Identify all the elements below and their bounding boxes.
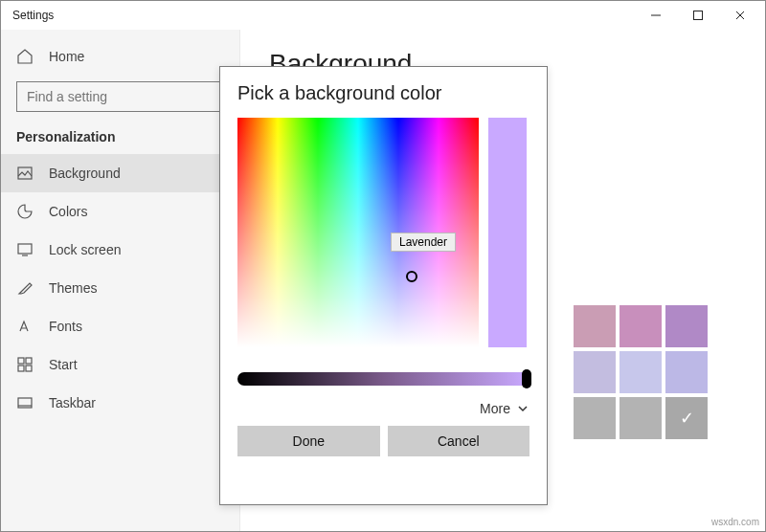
color-swatch[interactable]: [620, 397, 662, 439]
monitor-icon: [16, 241, 34, 258]
sidebar-item-taskbar[interactable]: Taskbar: [1, 384, 239, 422]
brush-icon: [16, 279, 34, 297]
sidebar-item-label: Lock screen: [49, 242, 121, 257]
color-swatch-selected[interactable]: [665, 397, 708, 439]
svg-rect-7: [18, 358, 24, 364]
picker-cursor[interactable]: [406, 271, 417, 282]
picture-icon: [16, 165, 34, 182]
svg-rect-5: [18, 244, 32, 254]
svg-rect-8: [26, 358, 32, 364]
minimize-button[interactable]: [635, 1, 677, 30]
home-icon: [16, 48, 34, 65]
color-swatch[interactable]: [574, 397, 616, 439]
sidebar-item-themes[interactable]: Themes: [1, 269, 239, 307]
color-swatch[interactable]: [665, 351, 708, 393]
start-icon: [16, 356, 34, 373]
sidebar-item-label: Taskbar: [49, 395, 96, 410]
close-button[interactable]: [719, 1, 761, 30]
sidebar-item-start[interactable]: Start: [1, 345, 239, 384]
value-slider[interactable]: [237, 372, 529, 386]
color-swatch[interactable]: [574, 351, 616, 393]
sidebar-item-fonts[interactable]: Fonts: [1, 307, 239, 345]
font-icon: [16, 318, 34, 335]
swatch-row: [574, 397, 708, 439]
watermark: wsxdn.com: [711, 517, 759, 527]
hue-saturation-field[interactable]: Lavender: [237, 118, 479, 347]
sidebar-item-label: Fonts: [49, 319, 82, 334]
cancel-button[interactable]: Cancel: [388, 426, 530, 456]
color-swatch[interactable]: [620, 305, 662, 347]
dialog-buttons: Done Cancel: [237, 426, 529, 456]
slider-handle[interactable]: [522, 369, 531, 388]
swatch-row: [574, 351, 708, 393]
sidebar-item-label: Themes: [49, 280, 98, 296]
chevron-down-icon: [516, 402, 529, 415]
swatch-row: [574, 305, 708, 347]
dialog-title: Pick a background color: [237, 82, 529, 104]
sidebar-item-home[interactable]: Home: [1, 37, 239, 76]
svg-rect-10: [26, 366, 32, 371]
section-label: Personalization: [1, 122, 239, 154]
sidebar-item-label: Home: [49, 49, 84, 64]
sidebar-item-label: Start: [49, 357, 78, 372]
picker-row: Lavender: [237, 118, 529, 347]
sidebar-item-background[interactable]: Background: [1, 154, 239, 192]
color-swatch[interactable]: [574, 305, 616, 347]
color-swatch[interactable]: [665, 305, 708, 347]
sidebar-item-lockscreen[interactable]: Lock screen: [1, 231, 239, 269]
maximize-button[interactable]: [677, 1, 719, 30]
sidebar-item-colors[interactable]: Colors: [1, 192, 239, 231]
settings-window: Settings Home Personalization Background: [0, 0, 766, 532]
color-tooltip: Lavender: [391, 233, 456, 252]
sidebar-item-label: Colors: [49, 204, 87, 219]
search-box[interactable]: [16, 81, 224, 112]
palette-icon: [16, 203, 34, 220]
titlebar: Settings: [1, 1, 765, 30]
done-button[interactable]: Done: [237, 426, 380, 456]
more-label: More: [480, 401, 510, 416]
taskbar-icon: [16, 394, 34, 411]
recent-colors-grid: [574, 305, 708, 439]
search-input[interactable]: [25, 88, 215, 105]
window-title: Settings: [12, 9, 54, 22]
selected-color-preview: [488, 118, 527, 347]
svg-rect-1: [694, 11, 703, 20]
color-picker-dialog: Pick a background color Lavender More Do…: [219, 66, 548, 505]
window-controls: [635, 1, 761, 30]
sidebar-item-label: Background: [49, 166, 121, 181]
color-swatch[interactable]: [620, 351, 662, 393]
sidebar: Home Personalization Background Colors L…: [1, 30, 240, 531]
svg-rect-9: [18, 366, 24, 371]
more-toggle[interactable]: More: [237, 401, 529, 416]
